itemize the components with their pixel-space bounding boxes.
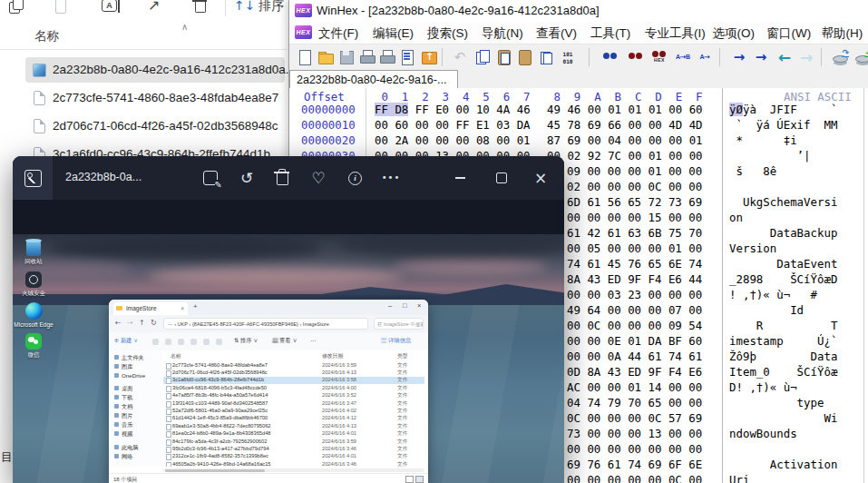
- details-view-toggle-icon[interactable]: [415, 476, 424, 483]
- delete-icon[interactable]: [190, 0, 210, 16]
- view-button[interactable]: ▦ 查看 ∨: [272, 337, 297, 345]
- new-tab-icon[interactable]: +: [193, 302, 198, 310]
- sidebar-item[interactable]: OneDrive: [114, 372, 145, 379]
- hex-row[interactable]: 0000001000 60 00 00 FF E1 03 DA45 78 69 …: [289, 117, 868, 133]
- photos-titlebar[interactable]: 2a232b8b-0a... ↺ ♡ i ••• ×: [13, 156, 564, 200]
- breadcrumb[interactable]: ⋯ › UKP › {8AE27E45-8F23-420F-A6FC-49350…: [163, 318, 368, 330]
- menu-S[interactable]: 搜索(S): [427, 25, 468, 42]
- menu-I[interactable]: 专业工具(I): [645, 25, 706, 42]
- goto-block-icon[interactable]: →: [752, 48, 770, 66]
- new-button[interactable]: ⊕ 新建 ∨: [114, 337, 138, 345]
- rotate-button[interactable]: ↺: [231, 163, 262, 192]
- inner-file-row[interactable]: 81ea0c24-b8b0-489a-9e1a-8b4308365d482024…: [163, 430, 424, 438]
- inner-maximize-icon[interactable]: □: [403, 301, 407, 310]
- replace-text-icon[interactable]: A⇢B: [674, 48, 692, 66]
- print-icon[interactable]: [378, 48, 396, 66]
- hex-row[interactable]: 0000002000 2A 00 00 00 08 00 0187 69 00 …: [289, 133, 868, 148]
- replace-hex-icon[interactable]: A⇢HEX: [696, 48, 714, 66]
- file-row[interactable]: 2a232b8b-0a80-4e2c-9a16-412c231a8d0a.jpg: [25, 57, 285, 83]
- menu-E[interactable]: 编辑(E): [373, 25, 414, 42]
- inner-file-row[interactable]: 46505a2b-9410-426e-89bd-14a68a16ac152024…: [163, 460, 424, 467]
- sidebar-item[interactable]: 桌面: [114, 385, 132, 393]
- close-button[interactable]: ×: [525, 163, 556, 192]
- menu-T[interactable]: 工具(T): [590, 25, 630, 42]
- inner-file-row[interactable]: 95b2d0c3-fc96-4b13-a417-a27bbd79d7942024…: [163, 445, 424, 452]
- hex-row[interactable]: 00000000FF D8 FF E0 00 10 4A 4649 46 00 …: [289, 102, 868, 117]
- share-icon[interactable]: ↗: [148, 0, 168, 16]
- inner-file-row[interactable]: 69aab1e3-50a8-4bb4-8622-7dec807950622024…: [163, 422, 424, 429]
- paste-icon[interactable]: [51, 0, 71, 16]
- copy-icon[interactable]: [473, 48, 492, 66]
- open-folder-icon[interactable]: [317, 48, 335, 66]
- inner-file-row[interactable]: 84c179fc-a5da-4c3f-a2cb-7925629006022024…: [163, 438, 424, 445]
- maximize-button[interactable]: [486, 163, 517, 192]
- inner-file-row[interactable]: 2d706c71-06cd-4f26-a45f-02db3568948c2024…: [163, 369, 424, 376]
- find-again-icon[interactable]: [627, 48, 645, 66]
- sidebar-item[interactable]: 主文件夹: [114, 354, 144, 362]
- refresh-icon[interactable]: ↻: [151, 319, 157, 327]
- inner-tab[interactable]: ImageStore×: [113, 302, 188, 315]
- column-header-name[interactable]: 名称: [34, 28, 59, 44]
- inner-file-row[interactable]: 2312ce1c-1fb9-4ad8-8582-357c1399b8ec2024…: [163, 453, 424, 460]
- sidebar-item[interactable]: 网络: [114, 453, 132, 461]
- paste-icon[interactable]: [178, 339, 184, 345]
- inner-file-row[interactable]: 61d14424-1eff-45c3-85a9-dba86bb467002024…: [163, 415, 424, 422]
- new-disk-image-icon[interactable]: +: [853, 48, 868, 66]
- rename-icon[interactable]: A: [100, 0, 120, 16]
- find-text-icon[interactable]: [601, 48, 619, 66]
- forward-icon[interactable]: →: [127, 319, 133, 327]
- document-tab[interactable]: 2a232b8b-0a80-4e2c-9a16-...: [289, 70, 458, 88]
- paste-write-icon[interactable]: [495, 48, 513, 66]
- minimize-button[interactable]: [445, 163, 476, 192]
- copy-block-icon[interactable]: [538, 48, 556, 66]
- inner-close-icon[interactable]: ×: [417, 301, 421, 310]
- menu-H[interactable]: 帮助(H): [821, 25, 863, 42]
- delete-button[interactable]: [267, 163, 297, 192]
- back-icon[interactable]: ←: [775, 48, 794, 66]
- sidebar-item[interactable]: 图片: [114, 412, 132, 420]
- back-icon[interactable]: ←: [115, 319, 122, 327]
- column-type[interactable]: 类型: [397, 352, 408, 360]
- menu-V[interactable]: 查看(V): [536, 25, 577, 42]
- inner-file-row[interactable]: 3fc06ca4-6818-4096-b5c3-4fad48ccde502024…: [163, 384, 424, 391]
- binary-copy-icon[interactable]: 101010: [559, 48, 577, 69]
- details-pane-button[interactable]: ▤ 详细信息: [381, 337, 411, 345]
- cut-icon[interactable]: [152, 339, 159, 345]
- tab-close-icon[interactable]: ×: [180, 302, 184, 315]
- new-file-icon[interactable]: [296, 48, 314, 66]
- desktop-icon-edge[interactable]: Microsoft Edge: [13, 302, 58, 328]
- edit-image-button[interactable]: [195, 163, 226, 192]
- properties-icon[interactable]: [398, 48, 416, 66]
- sidebar-item[interactable]: 音乐: [114, 421, 132, 429]
- rename-icon[interactable]: [190, 339, 197, 345]
- sort-button[interactable]: ⇅ 排序 ∨: [234, 337, 258, 345]
- desktop-icon-recycle-bin[interactable]: 回收站: [13, 241, 58, 264]
- sidebar-item[interactable]: 文档: [114, 403, 132, 411]
- file-row[interactable]: 2c773cfe-5741-4860-8ae3-48fdab4ea8e7: [25, 85, 285, 111]
- copy-icon[interactable]: [165, 339, 171, 345]
- column-name[interactable]: 名称: [171, 352, 181, 360]
- share-icon[interactable]: [203, 339, 210, 345]
- inner-file-row[interactable]: 2c773cfe-5741-4860-8ae3-48fdab4ea8e72024…: [163, 361, 424, 369]
- favorite-button[interactable]: ♡: [303, 163, 334, 192]
- search-box[interactable]: 在 ImageStore 中搜索: [374, 318, 424, 330]
- undo-icon[interactable]: ↶: [451, 48, 469, 66]
- inner-file-row[interactable]: 13f31403-c103-4489-90af-8d34025485872024…: [163, 399, 424, 407]
- copy-icon[interactable]: [5, 0, 25, 16]
- forward-icon[interactable]: →: [797, 48, 815, 66]
- sort-button[interactable]: ↑↓ 排序: [234, 0, 284, 15]
- scrollbar-thumb[interactable]: [165, 469, 265, 472]
- more-button[interactable]: ⋯: [310, 337, 316, 343]
- desktop-icon-wechat[interactable]: 微信: [13, 333, 58, 358]
- menu-O[interactable]: 选项(O): [712, 25, 755, 42]
- clipboard-icon[interactable]: [516, 48, 534, 66]
- sidebar-item[interactable]: 下载: [114, 394, 132, 402]
- up-icon[interactable]: ↑: [139, 319, 145, 327]
- inner-minimize-icon[interactable]: –: [388, 301, 392, 310]
- folder-up-icon[interactable]: [420, 48, 438, 66]
- menu-F[interactable]: 文件(F): [318, 25, 358, 42]
- horizontal-scrollbar[interactable]: [163, 468, 424, 472]
- desktop-icon-huorong[interactable]: 火绒安全: [13, 271, 58, 296]
- list-view-toggle-icon[interactable]: [405, 476, 414, 483]
- print-preview-icon[interactable]: [358, 48, 376, 66]
